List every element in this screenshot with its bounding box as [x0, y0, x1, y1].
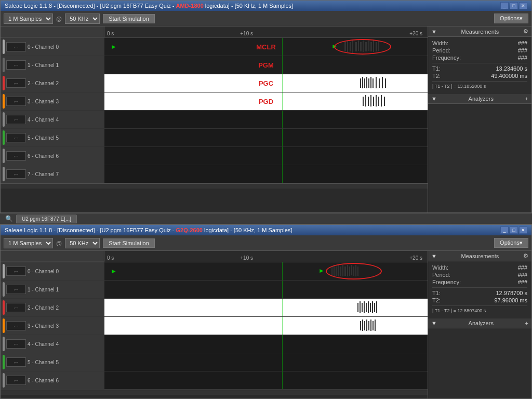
svg-rect-56	[372, 301, 373, 313]
meas-width-row-2: Width: ###	[432, 264, 527, 271]
svg-rect-36	[331, 267, 332, 276]
ruler-label-10s-2: +10 s	[240, 255, 253, 261]
ch-label-3-2: ⌐¬ 3 - Channel 3	[1, 317, 104, 335]
svg-rect-58	[376, 301, 377, 313]
ch-label-2-2: ⌐¬ 2 - Channel 2	[1, 299, 104, 317]
svg-rect-17	[364, 78, 365, 88]
svg-rect-64	[370, 320, 371, 331]
start-sim-btn-2[interactable]: Start Simulation	[103, 238, 155, 248]
ch-mini-3-2: ⌐¬	[6, 321, 26, 330]
cursor-line-5-2	[282, 353, 283, 371]
svg-rect-55	[370, 303, 371, 312]
ch-mini-4-2: ⌐¬	[6, 339, 26, 349]
freq-select-1[interactable]: 50 KHz	[65, 14, 100, 24]
meas-t2-label-1: T2:	[432, 73, 441, 79]
options-btn-2[interactable]: Options▾	[494, 238, 528, 248]
ch-mini-1-2: ⌐¬	[6, 285, 26, 294]
meas-t1-val-1: 13.234600 s	[496, 65, 527, 72]
scrollbar-1[interactable]	[1, 183, 428, 189]
options-btn-1[interactable]: Options▾	[494, 14, 528, 23]
samples-select-2[interactable]: 1 M Samples	[4, 238, 53, 248]
analyzers-header-2: ▼ Analyzers +	[428, 318, 531, 328]
svg-rect-13	[376, 42, 377, 51]
cursor-line-1-2	[282, 281, 283, 298]
pgc-label: PGC	[259, 79, 273, 87]
close-btn-2[interactable]: ✕	[519, 227, 527, 234]
svg-rect-51	[362, 303, 363, 312]
cursor-line-6-1	[282, 147, 283, 165]
search-icon-tab[interactable]: 🔍	[2, 214, 16, 223]
maximize-btn-2[interactable]: □	[510, 227, 518, 234]
maximize-btn-1[interactable]: □	[510, 2, 518, 9]
meas-t2-row-1: T2: 49.400000 ms	[432, 73, 527, 79]
ruler-label-0s-1: 0 s	[107, 31, 114, 36]
ch-color-3-1	[3, 94, 5, 109]
cursor-line-4-2	[282, 335, 283, 353]
window-title-2: Saleae Logic 1.1.8 - [Disconnected] - [U…	[5, 227, 500, 233]
ch-label-3-1: ⌐¬ 3 - Channel 3	[1, 92, 104, 111]
ch-color-0-2	[3, 264, 5, 278]
ch-id-0-1: 0 - Channel 0	[28, 44, 59, 50]
svg-rect-1	[344, 42, 346, 51]
scrollbar-2[interactable]	[1, 390, 428, 395]
ch-id-4-1: 4 - Channel 4	[28, 117, 59, 123]
meas-divider-1a	[432, 63, 527, 63]
svg-rect-31	[376, 95, 377, 107]
measurements-gear-2[interactable]: ⚙	[523, 252, 528, 259]
svg-rect-53	[366, 303, 367, 312]
channel-row-0-1: ⌐¬ 0 - Channel 0 ► MCLR ►	[1, 38, 428, 56]
analyzers-plus-1[interactable]: +	[525, 96, 528, 102]
ch-color-6-2	[3, 373, 5, 388]
cursor-line-3-2	[282, 317, 283, 335]
ch-label-0-1: ⌐¬ 0 - Channel 0	[1, 38, 104, 56]
wf-row-3-1: PGD	[104, 92, 428, 110]
pgd-label: PGD	[259, 98, 273, 105]
tab-item-1[interactable]: U2 pgm 16F877 E[...]	[16, 215, 77, 223]
svg-rect-15	[360, 78, 361, 88]
close-btn-1[interactable]: ✕	[519, 2, 527, 9]
ch-mini-1-1: ⌐¬	[6, 60, 26, 70]
svg-rect-57	[374, 303, 375, 312]
measurements-header-2: ▼ Measurements ⚙	[428, 251, 531, 261]
channel-row-4-2: ⌐¬ 4 - Channel 4	[1, 335, 428, 353]
channels-waveforms-2: 0 s +10 s +20 s ⌐¬ 0 - Channel 0 ►	[1, 251, 428, 398]
svg-rect-30	[373, 97, 374, 106]
ch-color-3-2	[3, 318, 5, 333]
ch-color-2-2	[3, 300, 5, 315]
wf-row-5-1	[104, 129, 428, 147]
svg-rect-4	[352, 41, 353, 54]
svg-rect-37	[334, 265, 335, 276]
ch-label-4-1: ⌐¬ 4 - Channel 4	[1, 111, 104, 129]
svg-rect-34	[384, 97, 385, 106]
meas-period-row-1: Period: ###	[432, 47, 527, 54]
ch-color-4-2	[3, 337, 5, 351]
title-bar-2: Saleae Logic 1.1.8 - [Disconnected] - [U…	[1, 225, 531, 235]
measurements-gear-1[interactable]: ⚙	[523, 28, 528, 35]
svg-rect-50	[360, 301, 361, 313]
svg-rect-66	[375, 320, 376, 331]
channel-row-6-1: ⌐¬ 6 - Channel 6	[1, 147, 428, 165]
channel-row-4-1: ⌐¬ 4 - Channel 4	[1, 111, 428, 129]
ch0-2-signal: ►	[313, 262, 376, 280]
minimize-btn-1[interactable]: _	[500, 2, 509, 9]
timeline-ruler-1: 0 s +10 s +20 s	[1, 26, 428, 38]
svg-rect-63	[368, 321, 369, 330]
analyzers-plus-2[interactable]: +	[525, 320, 528, 326]
freq-select-2[interactable]: 50 KHz	[65, 238, 100, 248]
ch-id-4-2: 4 - Channel 4	[28, 341, 59, 347]
samples-select-1[interactable]: 1 M Samples	[4, 14, 53, 24]
ch-mini-5-1: ⌐¬	[6, 133, 26, 142]
app-container: Saleae Logic 1.1.8 - [Disconnected] - [U…	[0, 0, 532, 399]
minimize-btn-2[interactable]: _	[500, 227, 509, 234]
ch-id-3-1: 3 - Channel 3	[28, 99, 59, 104]
meas-t1-row-2: T1: 12.978700 s	[432, 290, 527, 296]
svg-rect-14	[378, 41, 379, 51]
cursor-line-3-1	[282, 92, 283, 110]
measurements-triangle-1: ▼	[431, 29, 437, 35]
tab-bar: 🔍 U2 pgm 16F877 E[...]	[0, 213, 532, 224]
channel-row-5-1: ⌐¬ 5 - Channel 5	[1, 129, 428, 147]
wf-row-5-2	[104, 353, 428, 371]
svg-rect-20	[370, 77, 371, 88]
ruler-label-20s-2: +20 s	[409, 255, 422, 261]
start-sim-btn-1[interactable]: Start Simulation	[103, 14, 155, 23]
